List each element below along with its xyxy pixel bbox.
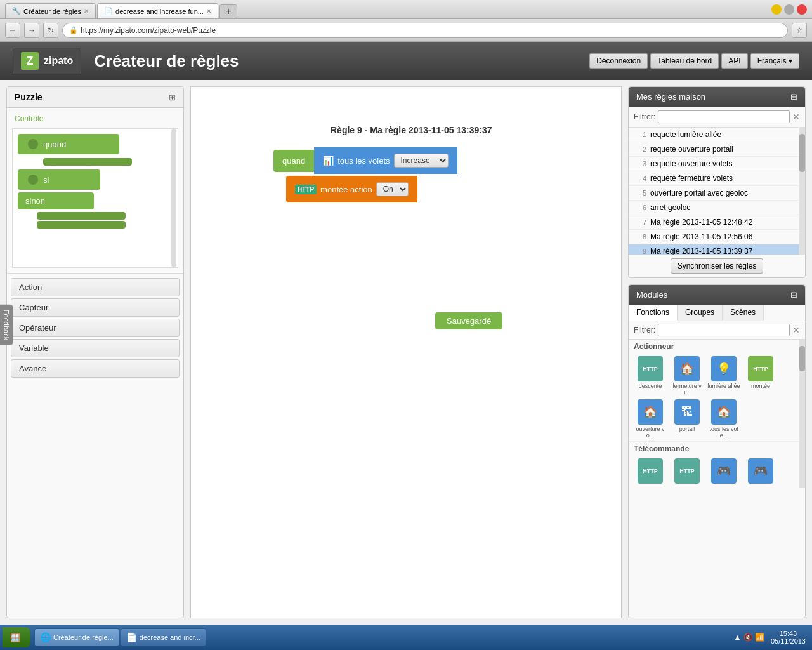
tab-label: Créateur de règles	[23, 8, 81, 15]
zipato-logo: Z zipato	[13, 48, 81, 74]
modules-filter-input[interactable]	[658, 324, 790, 336]
module-ouverture[interactable]: 🏠 ouverture vo...	[634, 399, 667, 439]
modules-filter-row: Filtrer: ✕	[629, 321, 805, 340]
tab-scenes[interactable]: Scènes	[723, 305, 764, 321]
rule-item-4[interactable]: 4requete fermeture volets	[629, 171, 799, 186]
tab-favicon2: 📄	[104, 7, 113, 15]
modules-scrollbar[interactable]	[799, 340, 805, 488]
block-sinon-sub1[interactable]	[37, 212, 126, 220]
section-operateur[interactable]: Opérateur	[11, 319, 180, 337]
close-button[interactable]	[797, 4, 807, 15]
taskbar-item-decrease[interactable]: 📄 decrease and incr...	[121, 628, 206, 646]
puzzle-expand-icon[interactable]: ⊞	[169, 93, 176, 102]
forward-button[interactable]: →	[24, 23, 39, 38]
start-button[interactable]: 🪟	[3, 627, 30, 647]
rule-when-row: quand 📊 tous les volets Increase Decreas…	[273, 147, 457, 174]
block-quand-sub[interactable]	[43, 158, 132, 166]
right-panels: Mes règles maison ⊞ Filtrer: ✕ 1requete …	[628, 86, 806, 618]
block-when[interactable]: quand	[273, 150, 314, 172]
maximize-button[interactable]	[784, 4, 794, 15]
module-tous[interactable]: 🏠 tous les vole...	[707, 399, 740, 439]
block-si[interactable]: si	[18, 169, 100, 190]
block-quand[interactable]: quand	[18, 134, 119, 154]
system-tray: ▲ 🔇 📶	[733, 633, 764, 642]
section-variable[interactable]: Variable	[11, 339, 180, 357]
puzzle-subsection-controle: Contrôle	[12, 113, 178, 124]
rule-item-3[interactable]: 3requete ouverture volets	[629, 157, 799, 171]
module-telecom-1[interactable]: HTTP	[634, 458, 667, 485]
back-button[interactable]: ←	[5, 23, 20, 38]
saved-button[interactable]: Sauvegardé	[435, 312, 502, 329]
rule-item-2[interactable]: 2requete ouverture portail	[629, 142, 799, 157]
address-bar[interactable]: 🔒 https://my.zipato.com/zipato-web/Puzzl…	[62, 23, 788, 38]
taskbar-items: 🌐 Créateur de règle... 📄 decrease and in…	[34, 628, 732, 646]
module-telecom-2[interactable]: HTTP	[671, 458, 704, 485]
rule-item-9[interactable]: 9Ma règle 2013-11-05 13:39:37	[629, 244, 799, 255]
api-button[interactable]: API	[721, 53, 747, 69]
modules-filter-label: Filtrer:	[634, 326, 655, 335]
modules-expand-icon[interactable]: ⊞	[790, 290, 797, 300]
module-telecom-3[interactable]: 🎮	[707, 458, 740, 485]
rules-expand-icon[interactable]: ⊞	[790, 92, 797, 102]
rule-action-row: HTTP montée action On Off	[286, 176, 417, 202]
page-title: Créateur de règles	[94, 51, 589, 71]
module-telecom-4-icon: 🎮	[748, 458, 773, 484]
tab-close-createur[interactable]: ✕	[84, 8, 89, 15]
feedback-tab[interactable]: Feedback	[0, 305, 13, 345]
canvas-area: Règle 9 - Ma règle 2013-11-05 13:39:37 q…	[190, 86, 622, 618]
puzzle-scroll[interactable]	[171, 129, 176, 267]
tab-createur[interactable]: 🔧 Créateur de règles ✕	[5, 3, 96, 18]
tab-close-decrease[interactable]: ✕	[206, 8, 211, 15]
tab-decrease-increase[interactable]: 📄 decrease and increase fun... ✕	[97, 3, 218, 18]
browser-tabs: 🔧 Créateur de règles ✕ 📄 decrease and in…	[5, 0, 237, 18]
puzzle-panel-header: Puzzle ⊞	[7, 87, 183, 108]
modules-panel-header: Modules ⊞	[629, 285, 805, 305]
module-portail[interactable]: 🏗 portail	[671, 399, 704, 439]
tab-fonctions[interactable]: Fonctions	[629, 305, 678, 321]
rule-item-6[interactable]: 6arret geoloc	[629, 201, 799, 215]
new-tab-button[interactable]: +	[219, 4, 237, 18]
taskbar-item-createur[interactable]: 🌐 Créateur de règle...	[34, 628, 119, 646]
rules-scrollbar[interactable]	[799, 128, 805, 255]
rule-item-8[interactable]: 8Ma règle 2013-11-05 12:56:06	[629, 230, 799, 244]
puzzle-section-controle: Contrôle quand si sinon	[7, 108, 183, 274]
increase-dropdown[interactable]: Increase Decrease	[394, 154, 449, 168]
minimize-button[interactable]	[771, 4, 782, 15]
module-fermeture[interactable]: 🏠 fermeture vi...	[671, 356, 704, 395]
block-sinon[interactable]: sinon	[18, 192, 94, 209]
module-lumiere[interactable]: 💡 lumière allée	[707, 356, 740, 395]
rule-item-5[interactable]: 5ouverture portail avec geoloc	[629, 186, 799, 201]
rules-filter-clear[interactable]: ✕	[792, 112, 800, 122]
taskbar-label-decrease: decrease and incr...	[140, 633, 200, 641]
block-action[interactable]: HTTP montée action On Off	[286, 176, 417, 202]
star-button[interactable]: ☆	[792, 23, 807, 38]
tableau-de-bord-button[interactable]: Tableau de bord	[650, 53, 719, 69]
language-button[interactable]: Français ▾	[750, 53, 799, 69]
deconnexion-button[interactable]: Déconnexion	[589, 53, 648, 69]
rule-item-1[interactable]: 1requete lumière allée	[629, 128, 799, 142]
main-content: Puzzle ⊞ Contrôle quand si	[0, 80, 812, 625]
logo-name: zipato	[44, 55, 73, 67]
section-capteur[interactable]: Capteur	[11, 298, 180, 317]
rule-item-7[interactable]: 7Ma règle 2013-11-05 12:48:42	[629, 215, 799, 230]
tab-groupes[interactable]: Groupes	[678, 305, 723, 321]
module-portail-icon: 🏗	[674, 399, 700, 425]
rules-list-container: 1requete lumière allée 2requete ouvertur…	[629, 128, 805, 255]
module-montee[interactable]: HTTP montée	[744, 356, 777, 395]
rules-filter-input[interactable]	[658, 110, 790, 123]
module-ouverture-icon: 🏠	[638, 399, 663, 425]
section-avance[interactable]: Avancé	[11, 359, 180, 378]
app-header: Z zipato Créateur de règles Déconnexion …	[0, 42, 812, 80]
block-sinon-sub2[interactable]	[37, 221, 126, 229]
modules-panel-title: Modules	[636, 290, 667, 300]
on-dropdown[interactable]: On Off	[376, 182, 409, 196]
module-descente[interactable]: HTTP descente	[634, 356, 667, 395]
module-portail-label: portail	[679, 426, 695, 432]
module-telecom-4[interactable]: 🎮	[744, 458, 777, 485]
modules-filter-clear[interactable]: ✕	[792, 325, 800, 335]
refresh-button[interactable]: ↻	[43, 23, 58, 38]
section-action[interactable]: Action	[11, 278, 180, 296]
module-telecom-2-icon: HTTP	[674, 458, 700, 484]
block-condition[interactable]: 📊 tous les volets Increase Decrease	[314, 147, 457, 174]
sync-button[interactable]: Synchroniser les règles	[671, 258, 764, 274]
